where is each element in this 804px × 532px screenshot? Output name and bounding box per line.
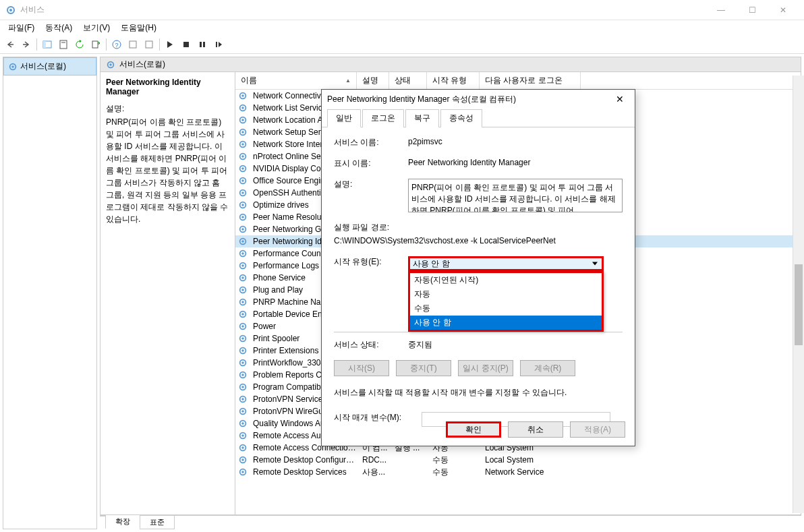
properties-button[interactable] <box>56 37 71 52</box>
scrollbar[interactable] <box>793 76 804 513</box>
svg-point-48 <box>241 264 244 267</box>
svg-rect-11 <box>183 42 189 47</box>
detail-title: Peer Networking Identity Manager <box>106 78 229 96</box>
svg-point-32 <box>241 167 244 170</box>
toolbar: ? <box>0 35 804 54</box>
svg-point-1 <box>9 9 12 11</box>
status-value: 중지됨 <box>408 339 623 351</box>
startup-label: 시작 유형(E): <box>334 256 408 268</box>
tab-recovery[interactable]: 복구 <box>405 109 439 127</box>
col-desc[interactable]: 설명 <box>357 72 389 89</box>
menu-file[interactable]: 파일(F) <box>3 20 40 35</box>
dialog-titlebar[interactable]: Peer Networking Identity Manager 속성(로컬 컴… <box>322 90 635 109</box>
menu-help[interactable]: 도움말(H) <box>115 20 162 35</box>
gear-icon <box>238 394 248 404</box>
stop-button[interactable] <box>179 37 194 52</box>
svg-point-30 <box>241 155 244 158</box>
maximize-button[interactable]: ☐ <box>737 0 768 20</box>
forward-button[interactable] <box>19 37 34 52</box>
svg-point-58 <box>241 325 244 328</box>
gear-icon <box>238 370 248 380</box>
startup-type-select[interactable]: 사용 안 함 <box>408 256 604 271</box>
col-name[interactable]: 이름▲ <box>235 72 357 89</box>
desc-label: 설명: <box>334 179 408 190</box>
svg-point-74 <box>241 422 244 425</box>
show-hide-console[interactable] <box>40 37 55 52</box>
gear-icon <box>238 225 248 234</box>
tab-logon[interactable]: 로그온 <box>362 109 404 127</box>
tree-root[interactable]: 서비스(로컬) <box>3 57 96 76</box>
refresh-button[interactable] <box>72 37 87 52</box>
gear-icon <box>238 212 248 222</box>
restart-button[interactable] <box>211 37 226 52</box>
svg-point-52 <box>241 289 244 291</box>
col-status[interactable]: 상태 <box>389 72 427 89</box>
start-button[interactable]: 시작(S) <box>334 360 389 376</box>
disp-name: Peer Networking Identity Manager <box>408 158 623 167</box>
back-button[interactable] <box>3 37 18 52</box>
col-startup[interactable]: 시작 유형 <box>427 72 480 89</box>
svg-rect-12 <box>200 42 202 47</box>
opt-manual[interactable]: 수동 <box>410 301 602 316</box>
pause-button[interactable]: 일시 중지(P) <box>458 360 513 376</box>
list-item[interactable]: Remote Desktop Configura...RDC...수동Local… <box>235 454 801 466</box>
dialog-close-button[interactable]: ✕ <box>610 90 629 109</box>
stop-button[interactable]: 중지(T) <box>396 360 451 376</box>
tab-general[interactable]: 일반 <box>327 109 361 127</box>
minimize-button[interactable]: — <box>706 0 737 20</box>
gear-icon <box>238 91 248 100</box>
svg-point-44 <box>241 240 244 243</box>
col-logon[interactable]: 다음 사용자로 로그온 <box>480 72 581 89</box>
titlebar: 서비스 — ☐ ✕ <box>0 0 804 20</box>
svg-point-60 <box>241 337 244 340</box>
svg-rect-14 <box>216 42 217 47</box>
gear-icon <box>238 164 248 173</box>
svg-point-78 <box>241 446 244 449</box>
svg-rect-9 <box>130 41 136 48</box>
svg-point-56 <box>241 313 244 316</box>
resume-button[interactable]: 계속(R) <box>520 360 575 376</box>
desc-box[interactable]: PNRP(피어 이름 확인 프로토콜) 및 피어 투 피어 그룹 서비스에 사용… <box>408 179 623 212</box>
ok-button[interactable]: 확인 <box>446 421 501 438</box>
menubar: 파일(F) 동작(A) 보기(V) 도움말(H) <box>0 20 804 35</box>
help-button[interactable]: ? <box>109 37 124 52</box>
play-button[interactable] <box>163 37 177 52</box>
opt-auto-delayed[interactable]: 자동(지연된 시작) <box>410 273 602 287</box>
close-button[interactable]: ✕ <box>768 0 799 20</box>
svg-point-46 <box>241 252 244 255</box>
pause-button[interactable] <box>195 37 210 52</box>
opt-auto[interactable]: 자동 <box>410 287 602 301</box>
apply-button[interactable]: 적용(A) <box>570 421 625 438</box>
svg-point-68 <box>241 386 244 388</box>
opt-disabled[interactable]: 사용 안 함 <box>410 316 602 330</box>
gear-icon <box>238 455 248 465</box>
svg-point-42 <box>241 228 244 231</box>
svg-point-82 <box>241 471 244 473</box>
cancel-button[interactable]: 취소 <box>508 421 563 438</box>
gear-icon <box>238 140 248 149</box>
gear-icon <box>5 5 16 16</box>
param-label: 시작 매개 변수(M): <box>334 412 422 423</box>
param-hint: 서비스를 시작할 때 적용할 시작 매개 변수를 지정할 수 있습니다. <box>334 387 623 398</box>
tb-icon-1[interactable] <box>125 37 140 52</box>
tb-icon-2[interactable] <box>142 37 156 52</box>
list-item[interactable]: Remote Desktop Services사용...수동Network Se… <box>235 466 801 478</box>
tab-extended[interactable]: 확장 <box>105 515 140 529</box>
svg-point-70 <box>241 398 244 401</box>
export-button[interactable] <box>88 37 103 52</box>
svg-point-54 <box>241 301 244 303</box>
menu-view[interactable]: 보기(V) <box>78 20 115 35</box>
svc-name: p2pimsvc <box>408 137 623 146</box>
gear-icon <box>238 249 248 258</box>
tab-standard[interactable]: 표준 <box>140 516 175 529</box>
svg-point-72 <box>241 410 244 413</box>
properties-dialog: Peer Networking Identity Manager 속성(로컬 컴… <box>321 89 635 446</box>
detail-desc: PNRP(피어 이름 확인 프로토콜) 및 피어 투 피어 그룹 서비스에 사용… <box>106 116 229 225</box>
gear-icon <box>238 467 248 477</box>
gear-icon <box>106 60 115 69</box>
svg-point-62 <box>241 349 244 352</box>
menu-action[interactable]: 동작(A) <box>40 20 78 35</box>
tab-dependencies[interactable]: 종속성 <box>440 109 482 127</box>
svg-point-20 <box>241 94 244 97</box>
svg-point-28 <box>241 143 244 146</box>
